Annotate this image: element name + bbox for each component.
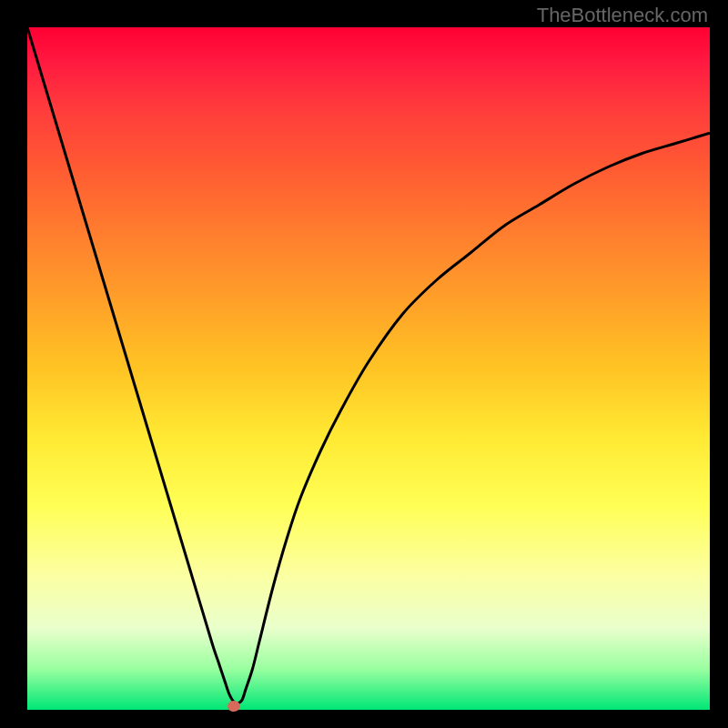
plot-area: [27, 27, 710, 710]
watermark-text: TheBottleneck.com: [537, 4, 708, 27]
bottleneck-curve: [27, 27, 710, 710]
minimum-marker: [228, 701, 240, 712]
